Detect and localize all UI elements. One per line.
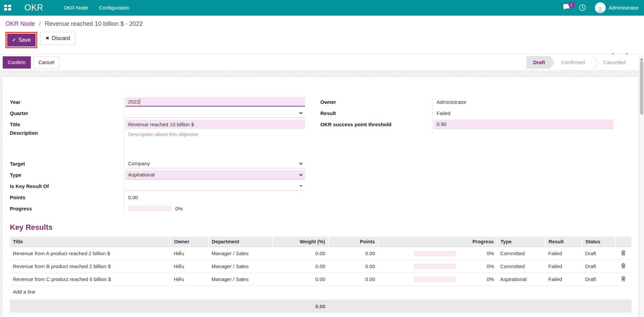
nav-item-okr-node[interactable]: OKR Node bbox=[59, 0, 93, 15]
table-header-row: Title Owner Department Weight (%) Points… bbox=[10, 237, 631, 247]
col-progress[interactable]: Progress bbox=[378, 237, 497, 247]
table-row[interactable]: Revenue from B product reached 2 billion… bbox=[10, 260, 631, 273]
control-panel: OKR Node / Revenue reached 10 billion $ … bbox=[0, 16, 644, 54]
breadcrumb: OKR Node / Revenue reached 10 billion $ … bbox=[5, 20, 639, 27]
text-cursor bbox=[140, 99, 140, 105]
app-brand[interactable]: OKR bbox=[24, 3, 43, 13]
row-progress-bar bbox=[414, 277, 456, 282]
form-actions: ✔ Save ✖ Discard bbox=[5, 32, 639, 48]
status-step-draft[interactable]: Draft bbox=[526, 56, 555, 69]
user-avatar bbox=[595, 2, 606, 13]
year-label: Year bbox=[10, 99, 123, 105]
cancel-button[interactable]: Cancel bbox=[34, 56, 60, 69]
add-a-line-link[interactable]: Add a line bbox=[10, 286, 631, 299]
delete-row-icon[interactable] bbox=[615, 273, 631, 286]
user-name: Administrator bbox=[609, 5, 639, 11]
points-value: 0.00 bbox=[125, 194, 138, 200]
description-label: Description bbox=[10, 130, 123, 136]
nav-menu: OKR Node Configuration bbox=[59, 0, 134, 15]
top-navbar: OKR OKR Node Configuration 1 bbox=[0, 0, 644, 16]
okr-form-page: OKR OKR Node Configuration 1 bbox=[0, 0, 644, 317]
field-progress: Progress 0% bbox=[10, 203, 305, 214]
weight-total: 0.00 bbox=[273, 299, 328, 313]
type-select[interactable]: Aspirational bbox=[125, 170, 305, 180]
owner-value: Administrator bbox=[434, 99, 466, 105]
nav-item-configuration[interactable]: Configuration bbox=[94, 0, 134, 15]
messages-count-badge: 1 bbox=[568, 2, 575, 8]
year-input[interactable]: 2022 bbox=[125, 97, 305, 107]
statusbar: Confirm Cancel Draft Confirmed Cancelled bbox=[0, 54, 644, 71]
row-progress-bar bbox=[414, 251, 456, 256]
delete-row-icon[interactable] bbox=[615, 260, 631, 273]
field-is-key-result-of: Is Key Result Of bbox=[10, 181, 305, 191]
breadcrumb-okr-node-link[interactable]: OKR Node bbox=[5, 20, 35, 27]
field-threshold: OKR success point threshold 0.90 bbox=[320, 119, 616, 130]
progress-label: Progress bbox=[10, 206, 123, 211]
description-textarea[interactable]: Description about this objective bbox=[125, 131, 199, 137]
col-department[interactable]: Department bbox=[208, 237, 273, 247]
field-year: Year 2022 bbox=[10, 96, 305, 107]
scrollbar-thumb[interactable] bbox=[640, 61, 643, 115]
field-points: Points 0.00 bbox=[10, 192, 305, 203]
result-label: Result bbox=[320, 110, 432, 116]
apps-grid-icon[interactable] bbox=[4, 5, 12, 11]
col-title[interactable]: Title bbox=[10, 237, 170, 247]
field-target: Target Company bbox=[10, 158, 305, 169]
target-label: Target bbox=[10, 161, 123, 167]
col-result[interactable]: Result bbox=[545, 237, 582, 247]
points-label: Points bbox=[10, 194, 123, 200]
title-label: Title bbox=[10, 122, 123, 127]
table-row[interactable]: Revenue from C product reached 6 billion… bbox=[10, 273, 631, 286]
delete-row-icon[interactable] bbox=[615, 247, 631, 260]
progress-percent: 0% bbox=[175, 206, 183, 211]
quarter-label: Quarter bbox=[10, 110, 123, 116]
result-value: Failed bbox=[434, 110, 450, 116]
scroll-up-icon[interactable] bbox=[640, 56, 643, 60]
discard-button[interactable]: ✖ Discard bbox=[40, 32, 75, 45]
status-steps: Draft Confirmed Cancelled bbox=[526, 56, 632, 69]
step-separator-icon bbox=[591, 56, 596, 69]
field-title: Title Revenue reached 10 billion $ bbox=[10, 119, 305, 130]
form-background: Year 2022 Quarter Title Revenue reached … bbox=[0, 71, 644, 317]
status-step-confirmed[interactable]: Confirmed bbox=[555, 56, 591, 69]
progress-bar bbox=[128, 206, 171, 211]
col-type[interactable]: Type bbox=[497, 237, 545, 247]
key-results-heading: Key Results bbox=[10, 223, 631, 232]
field-result: Result Failed bbox=[320, 108, 616, 118]
title-input[interactable]: Revenue reached 10 billion $ bbox=[125, 119, 305, 129]
col-owner[interactable]: Owner bbox=[170, 237, 208, 247]
add-a-line-row: Add a line bbox=[10, 286, 631, 299]
col-points[interactable]: Points bbox=[328, 237, 378, 247]
field-description: Description Description about this objec… bbox=[10, 130, 305, 158]
check-icon: ✔ bbox=[12, 37, 16, 43]
row-progress-bar bbox=[414, 264, 456, 269]
col-weight[interactable]: Weight (%) bbox=[273, 237, 328, 247]
owner-label: Owner bbox=[320, 99, 432, 105]
breadcrumb-current: Revenue reached 10 billion $ - 2022 bbox=[45, 20, 143, 27]
activity-clock-icon[interactable] bbox=[579, 4, 586, 11]
field-owner: Owner Administrator bbox=[320, 96, 616, 107]
quarter-select[interactable] bbox=[125, 108, 305, 118]
col-actions bbox=[615, 237, 631, 247]
table-row[interactable]: Revenue from A product reached 2 billion… bbox=[10, 247, 631, 260]
annotation-highlight-box: ✔ Save bbox=[5, 32, 37, 48]
field-quarter: Quarter bbox=[10, 108, 305, 118]
save-button[interactable]: ✔ Save bbox=[7, 34, 36, 46]
vertical-scrollbar[interactable] bbox=[639, 55, 644, 317]
breadcrumb-separator: / bbox=[39, 20, 41, 27]
x-icon: ✖ bbox=[45, 35, 49, 42]
confirm-button[interactable]: Confirm bbox=[3, 56, 31, 69]
nav-right-icons: 1 Administrator bbox=[563, 2, 639, 13]
key-results-table: Title Owner Department Weight (%) Points… bbox=[10, 237, 631, 313]
user-menu[interactable]: Administrator bbox=[595, 2, 639, 13]
target-select[interactable]: Company bbox=[125, 159, 305, 168]
status-step-cancelled[interactable]: Cancelled bbox=[596, 56, 632, 69]
key-results-section: Key Results Title Owner Department Weigh… bbox=[10, 223, 631, 313]
is-key-result-of-input[interactable] bbox=[125, 181, 305, 191]
field-type: Type Aspirational bbox=[10, 169, 305, 180]
threshold-label: OKR success point threshold bbox=[320, 122, 432, 127]
col-status[interactable]: Status bbox=[582, 237, 615, 247]
form-sheet: Year 2022 Quarter Title Revenue reached … bbox=[2, 76, 639, 317]
threshold-input[interactable]: 0.90 bbox=[434, 119, 613, 129]
messages-icon[interactable]: 1 bbox=[563, 4, 570, 12]
